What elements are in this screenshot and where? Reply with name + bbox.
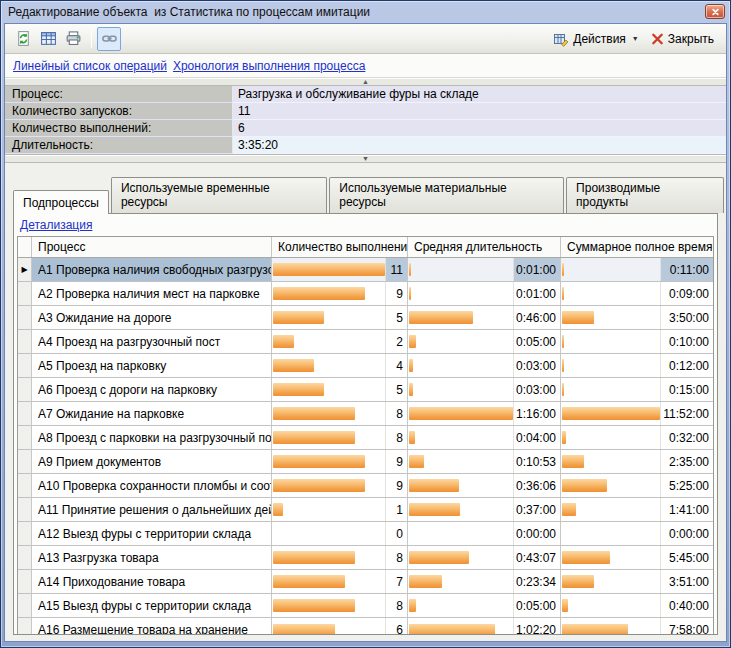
avg-duration-cell[interactable]: 0:23:34 [408,570,561,593]
avg-duration-cell[interactable]: 0:03:00 [408,378,561,401]
table-row[interactable]: А11 Принятие решения о дальнейших дейс..… [18,498,713,522]
execution-count-cell[interactable]: 9 [272,474,408,497]
header-total-time[interactable]: Суммарное полное время [561,237,713,257]
tab-produced-products[interactable]: Производимые продукты [566,177,724,213]
detail-link[interactable]: Детализация [20,218,92,232]
table-row[interactable]: А4 Проезд на разгрузочный пост20:05:000:… [18,330,713,354]
avg-duration-cell[interactable]: 0:36:06 [408,474,561,497]
table-row[interactable]: А5 Проезд на парковку40:03:000:12:00 [18,354,713,378]
execution-count-cell[interactable]: 4 [272,354,408,377]
table-row[interactable]: А6 Проезд с дороги на парковку50:03:000:… [18,378,713,402]
table-row[interactable]: А3 Ожидание на дороге50:46:003:50:00 [18,306,713,330]
splitter-top[interactable]: ▲ [5,78,726,86]
splitter-bottom[interactable]: ▼ [5,155,726,163]
total-time-cell[interactable]: 1:41:00 [561,498,713,521]
process-name-cell[interactable]: А14 Приходование товара [32,570,272,593]
total-time-cell[interactable]: 11:52:00 [561,402,713,425]
header-count[interactable]: Количество выполнений [272,237,408,257]
row-selector[interactable] [18,378,32,401]
process-field[interactable]: Разгрузка и обслуживание фуры на складе [233,86,726,103]
table-row[interactable]: А15 Выезд фуры с территории склада80:05:… [18,594,713,618]
table-row[interactable]: А8 Проезд с парковки на разгрузочный пос… [18,426,713,450]
avg-duration-cell[interactable]: 0:05:00 [408,594,561,617]
avg-duration-cell[interactable]: 0:37:00 [408,498,561,521]
total-time-cell[interactable]: 2:35:00 [561,450,713,473]
avg-duration-cell[interactable]: 0:03:00 [408,354,561,377]
avg-duration-cell[interactable]: 1:02:20 [408,618,561,635]
total-time-cell[interactable]: 0:00:00 [561,522,713,545]
execution-count-cell[interactable]: 11 [272,258,408,281]
avg-duration-cell[interactable]: 0:46:00 [408,306,561,329]
row-selector[interactable] [18,570,32,593]
process-name-cell[interactable]: А1 Проверка наличия свободных разгрузоч.… [32,258,272,281]
row-selector[interactable] [18,354,32,377]
refresh-report-button[interactable] [11,27,35,51]
table-row[interactable]: А12 Выезд фуры с территории склада00:00:… [18,522,713,546]
table-row[interactable]: ▶А1 Проверка наличия свободных разгрузоч… [18,258,713,282]
total-time-cell[interactable]: 3:50:00 [561,306,713,329]
avg-duration-cell[interactable]: 0:01:00 [408,282,561,305]
execution-count-cell[interactable]: 8 [272,402,408,425]
row-selector[interactable] [18,282,32,305]
total-time-cell[interactable]: 0:12:00 [561,354,713,377]
avg-duration-cell[interactable]: 0:04:00 [408,426,561,449]
avg-duration-cell[interactable]: 1:16:00 [408,402,561,425]
row-selector[interactable] [18,546,32,569]
tab-time-resources[interactable]: Используемые временные ресурсы [111,177,327,213]
table-row[interactable]: А16 Размещение товара на хранение61:02:2… [18,618,713,635]
process-name-cell[interactable]: А4 Проезд на разгрузочный пост [32,330,272,353]
process-name-cell[interactable]: А2 Проверка наличия мест на парковке [32,282,272,305]
process-name-cell[interactable]: А8 Проезд с парковки на разгрузочный пос… [32,426,272,449]
row-selector[interactable] [18,330,32,353]
total-time-cell[interactable]: 5:45:00 [561,546,713,569]
row-selector[interactable] [18,522,32,545]
total-time-cell[interactable]: 0:09:00 [561,282,713,305]
execution-count-cell[interactable]: 5 [272,378,408,401]
row-selector[interactable] [18,450,32,473]
avg-duration-cell[interactable]: 0:43:07 [408,546,561,569]
table-row[interactable]: А13 Разгрузка товара80:43:075:45:00 [18,546,713,570]
process-name-cell[interactable]: А9 Прием документов [32,450,272,473]
row-selector[interactable] [18,594,32,617]
table-row[interactable]: А10 Проверка сохранности пломбы и соотв.… [18,474,713,498]
execution-count-cell[interactable]: 9 [272,450,408,473]
close-button[interactable]: Закрыть [645,29,720,49]
execution-count-cell[interactable]: 9 [272,282,408,305]
table-row[interactable]: А7 Ожидание на парковке81:16:0011:52:00 [18,402,713,426]
execution-count-cell[interactable]: 8 [272,426,408,449]
window-close-button[interactable] [705,4,725,19]
process-name-cell[interactable]: А5 Проезд на парковку [32,354,272,377]
total-time-cell[interactable]: 0:40:00 [561,594,713,617]
link-process-chronology[interactable]: Хронология выполнения процесса [173,59,365,73]
execution-count-field[interactable]: 6 [233,120,726,137]
avg-duration-cell[interactable]: 0:01:00 [408,258,561,281]
execution-count-cell[interactable]: 8 [272,546,408,569]
table-row[interactable]: А9 Прием документов90:10:532:35:00 [18,450,713,474]
link-linear-operations[interactable]: Линейный список операций [13,59,167,73]
row-selector[interactable] [18,306,32,329]
row-selector[interactable]: ▶ [18,258,32,281]
execution-count-cell[interactable]: 1 [272,498,408,521]
row-selector[interactable] [18,474,32,497]
tab-subprocesses[interactable]: Подпроцессы [13,190,109,214]
avg-duration-cell[interactable]: 0:10:53 [408,450,561,473]
row-selector[interactable] [18,498,32,521]
table-view-button[interactable] [36,27,60,51]
execution-count-cell[interactable]: 0 [272,522,408,545]
total-time-cell[interactable]: 0:10:00 [561,330,713,353]
actions-button[interactable]: Действия ▼ [547,28,645,50]
execution-count-cell[interactable]: 5 [272,306,408,329]
process-name-cell[interactable]: А16 Размещение товара на хранение [32,618,272,635]
row-selector[interactable] [18,426,32,449]
process-name-cell[interactable]: А6 Проезд с дороги на парковку [32,378,272,401]
process-name-cell[interactable]: А12 Выезд фуры с территории склада [32,522,272,545]
header-avg-duration[interactable]: Средняя длительность [408,237,561,257]
execution-count-cell[interactable]: 8 [272,594,408,617]
total-time-cell[interactable]: 3:51:00 [561,570,713,593]
row-selector[interactable] [18,618,32,635]
total-time-cell[interactable]: 0:32:00 [561,426,713,449]
header-process[interactable]: Процесс [32,237,272,257]
total-time-cell[interactable]: 5:25:00 [561,474,713,497]
total-time-cell[interactable]: 0:15:00 [561,378,713,401]
print-button[interactable] [61,27,85,51]
